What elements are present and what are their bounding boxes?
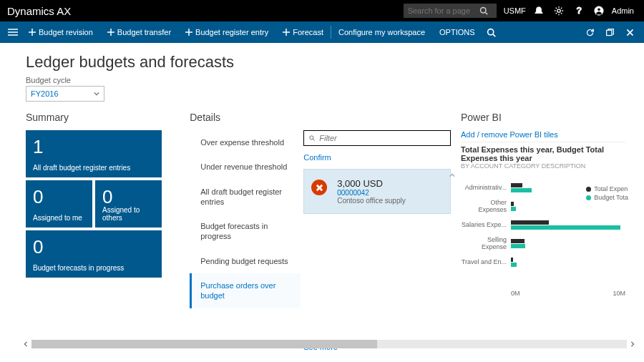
- configure-workspace-button[interactable]: Configure my workspace: [331, 21, 432, 43]
- help-button[interactable]: ?: [569, 0, 589, 21]
- user-icon: [594, 6, 604, 16]
- tile-label: Assigned to me: [33, 214, 85, 222]
- tab-draft-entries[interactable]: All draft budget register entries: [190, 180, 301, 215]
- card-number[interactable]: 00000042: [337, 189, 443, 197]
- details-section: Details Over expense threshold Under rev…: [190, 112, 454, 351]
- horizontal-scrollbar[interactable]: [21, 339, 637, 349]
- tab-over-expense[interactable]: Over expense threshold: [190, 130, 301, 155]
- scroll-thumb[interactable]: [31, 340, 377, 348]
- details-title: Details: [190, 112, 454, 123]
- hamburger-icon: [8, 28, 18, 36]
- search-icon: [308, 134, 316, 142]
- tile-assigned-me[interactable]: 0 Assigned to me: [26, 180, 92, 228]
- nav-menu-button[interactable]: [4, 21, 21, 43]
- filter-box[interactable]: [303, 130, 451, 146]
- popout-button[interactable]: [600, 21, 620, 43]
- refresh-icon: [585, 28, 595, 37]
- tab-under-revenue[interactable]: Under revenue threshold: [190, 155, 301, 179]
- bar-budget-expenses: [511, 244, 525, 248]
- settings-button[interactable]: [549, 0, 569, 21]
- scroll-left-button[interactable]: [21, 339, 30, 349]
- add-remove-tiles-link[interactable]: Add / remove Power BI tiles: [461, 130, 625, 139]
- chart-category-label: Administrativ...: [461, 184, 507, 191]
- chevron-down-icon: [94, 91, 99, 97]
- plus-icon: [283, 29, 290, 36]
- action-label: Budget register entry: [195, 28, 268, 36]
- search-box[interactable]: [404, 4, 497, 18]
- chart-subtitle: BY ACCOUNT CATEGORY DESCRIPTION: [461, 162, 625, 170]
- refresh-button[interactable]: [580, 21, 600, 43]
- bar-chart: Total Expen Budget Tota Administrativ...…: [461, 175, 625, 297]
- tile-value: 0: [33, 238, 155, 256]
- bar-total-expenses: [511, 239, 525, 243]
- action-label: Budget revision: [39, 28, 93, 36]
- budget-cycle-select[interactable]: FY2016: [26, 86, 104, 102]
- powerbi-tile[interactable]: Total Expenses this year, Budget Total E…: [461, 142, 625, 297]
- top-bar: Dynamics AX USMF ? Admin: [0, 0, 644, 21]
- bar-budget-expenses: [511, 263, 517, 267]
- brand: Dynamics AX: [7, 5, 71, 17]
- bar-total-expenses: [511, 258, 513, 262]
- action-label: Budget transfer: [117, 28, 171, 36]
- filter-input[interactable]: [319, 134, 446, 142]
- bar-budget-expenses: [511, 207, 516, 211]
- action-bar: Budget revision Budget transfer Budget r…: [0, 21, 644, 43]
- summary-section: Summary 1 All draft budget register entr…: [26, 112, 190, 351]
- page-title: Ledger budgets and forecasts: [26, 53, 625, 72]
- details-list: Confirm 3,000 USD 00000042 Contoso offic…: [301, 130, 454, 351]
- user-name[interactable]: Admin: [612, 6, 634, 15]
- search-icon: [487, 28, 496, 37]
- action-label: Configure my workspace: [338, 28, 425, 36]
- budget-cycle-value: FY2016: [31, 89, 59, 98]
- svg-line-1: [485, 12, 487, 14]
- tile-forecasts-progress[interactable]: 0 Budget forecasts in progress: [26, 230, 162, 278]
- options-button[interactable]: OPTIONS: [432, 21, 482, 43]
- scroll-right-button[interactable]: [628, 339, 637, 349]
- tab-pending-requests[interactable]: Pending budget requests: [190, 249, 301, 273]
- popout-icon: [605, 28, 615, 37]
- action-search-button[interactable]: [482, 21, 500, 43]
- search-input[interactable]: [408, 6, 479, 15]
- powerbi-title: Power BI: [461, 112, 625, 123]
- tab-forecasts-progress[interactable]: Budget forecasts in progress: [190, 214, 301, 249]
- user-button[interactable]: [589, 0, 609, 21]
- axis-tick: 0M: [511, 290, 520, 297]
- budget-register-entry-button[interactable]: Budget register entry: [178, 21, 275, 43]
- bar-budget-expenses: [511, 225, 620, 230]
- scroll-up-button[interactable]: [449, 170, 455, 176]
- tile-draft-entries[interactable]: 1 All draft budget register entries: [26, 130, 162, 177]
- page-body: Ledger budgets and forecasts Budget cycl…: [0, 43, 644, 351]
- svg-point-2: [557, 9, 560, 12]
- scroll-track[interactable]: [31, 340, 627, 348]
- svg-text:?: ?: [576, 6, 581, 16]
- budget-transfer-button[interactable]: Budget transfer: [100, 21, 178, 43]
- chart-row: Other Expenses: [511, 197, 625, 215]
- plus-icon: [29, 29, 36, 36]
- budget-cycle-label: Budget cycle: [26, 76, 625, 84]
- bell-icon: [534, 6, 544, 16]
- tile-assigned-others[interactable]: 0 Assigned to others: [95, 180, 162, 228]
- svg-point-5: [597, 8, 600, 11]
- tab-po-over-budget[interactable]: Purchase orders over budget: [190, 273, 301, 308]
- confirm-link[interactable]: Confirm: [303, 153, 451, 162]
- summary-title: Summary: [26, 112, 190, 123]
- card-amount: 3,000 USD: [337, 178, 443, 189]
- error-icon: [311, 180, 327, 195]
- svg-line-18: [492, 34, 494, 36]
- company-code[interactable]: USMF: [504, 6, 526, 15]
- tile-value: 0: [102, 187, 155, 206]
- svg-point-0: [480, 8, 486, 14]
- axis-tick: 10M: [613, 290, 625, 297]
- close-button[interactable]: [620, 21, 640, 43]
- notifications-button[interactable]: [529, 0, 549, 21]
- plus-icon: [107, 29, 114, 36]
- close-icon: [625, 28, 635, 37]
- po-card[interactable]: 3,000 USD 00000042 Contoso office supply: [303, 169, 451, 214]
- chart-row: Administrativ...: [511, 178, 625, 197]
- budget-revision-button[interactable]: Budget revision: [21, 21, 100, 43]
- svg-point-22: [310, 136, 313, 140]
- forecast-button[interactable]: Forecast: [275, 21, 331, 43]
- action-label: Forecast: [293, 28, 323, 36]
- chart-title: Total Expenses this year, Budget Total E…: [461, 145, 625, 162]
- tile-value: 0: [33, 187, 85, 206]
